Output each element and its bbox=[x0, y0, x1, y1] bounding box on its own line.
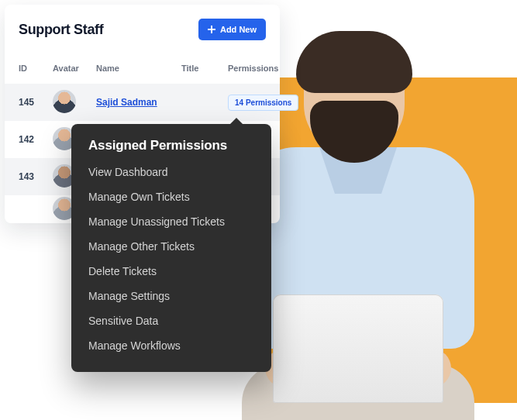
col-title: Title bbox=[181, 64, 228, 73]
plus-icon bbox=[208, 26, 215, 33]
row-id: 143 bbox=[19, 171, 53, 182]
permissions-badge[interactable]: 14 Permissions bbox=[228, 95, 298, 111]
staff-name-link[interactable]: Sajid Sadman bbox=[96, 97, 157, 108]
permissions-popover: Assigned Permissions View Dashboard Mana… bbox=[71, 124, 271, 372]
row-id: 142 bbox=[19, 134, 53, 145]
avatar bbox=[53, 90, 76, 113]
permission-item[interactable]: View Dashboard bbox=[88, 160, 254, 184]
permission-item[interactable]: Manage Own Tickets bbox=[88, 184, 254, 209]
permission-item[interactable]: Delete Tickets bbox=[88, 259, 254, 284]
card-title: Support Staff bbox=[19, 22, 103, 38]
permission-item[interactable]: Manage Workflows bbox=[88, 333, 254, 358]
add-new-label: Add New bbox=[220, 25, 257, 34]
row-id: 145 bbox=[19, 97, 53, 108]
col-permissions: Permissions bbox=[228, 64, 294, 73]
row-avatar bbox=[53, 90, 96, 115]
col-name: Name bbox=[96, 64, 181, 73]
add-new-button[interactable]: Add New bbox=[198, 19, 266, 40]
col-avatar: Avatar bbox=[53, 64, 96, 73]
card-header: Support Staff Add New bbox=[5, 19, 280, 53]
col-id: ID bbox=[19, 64, 53, 73]
permission-item[interactable]: Manage Unassigned Tickets bbox=[88, 209, 254, 234]
popover-title: Assigned Permissions bbox=[88, 138, 254, 153]
permission-item[interactable]: Manage Other Tickets bbox=[88, 234, 254, 259]
table-header-row: ID Avatar Name Title Permissions bbox=[5, 53, 280, 84]
table-row[interactable]: 145 Sajid Sadman 14 Permissions bbox=[5, 84, 280, 121]
permission-item[interactable]: Sensitive Data bbox=[88, 308, 254, 333]
permission-item[interactable]: Manage Settings bbox=[88, 284, 254, 308]
